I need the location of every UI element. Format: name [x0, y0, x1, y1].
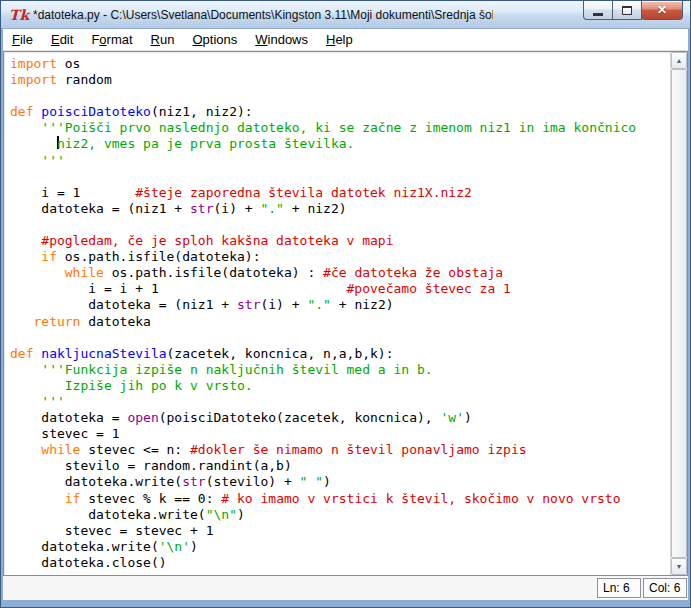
- code-token: stevec = 1: [10, 426, 120, 441]
- code-token: [10, 314, 33, 329]
- code-token: return: [33, 314, 80, 329]
- code-line: datoteka.write("\n"): [10, 507, 670, 523]
- code-token: "\n": [206, 507, 237, 522]
- scroll-down-button[interactable]: ▼: [671, 558, 687, 575]
- code-token: datoteka.write(: [10, 507, 206, 522]
- code-token: #če datoteka že obstaja: [323, 265, 503, 280]
- code-line: '''Funkcija izpiše n naključnih števil m…: [10, 362, 670, 378]
- code-token: (zacetek, koncnica, n,a,b,k):: [167, 346, 394, 361]
- code-token: datoteka: [80, 314, 150, 329]
- code-token: [10, 265, 65, 280]
- code-token: (niz1, niz2):: [151, 104, 253, 119]
- maximize-button[interactable]: [612, 1, 642, 20]
- code-token: Izpiše jih po k v vrsto.: [10, 378, 253, 393]
- menu-item-options[interactable]: Options: [183, 30, 246, 49]
- menu-item-format[interactable]: Format: [82, 30, 141, 49]
- code-line: datoteka = open(poisciDatoteko(zacetek, …: [10, 410, 670, 426]
- code-line: return datoteka: [10, 314, 670, 330]
- code-token: # ko imamo v vrstici k števil, skočimo v…: [221, 491, 620, 506]
- code-token: import: [10, 72, 57, 87]
- code-line: '''Poišči prvo naslednjo datoteko, ki se…: [10, 120, 670, 136]
- code-token: while: [65, 265, 104, 280]
- vertical-scrollbar[interactable]: ▲ ▼: [670, 52, 687, 575]
- tk-app-icon[interactable]: Tk: [9, 7, 27, 23]
- code-line: def nakljucnaStevila(zacetek, koncnica, …: [10, 346, 670, 362]
- code-token: '''Funkcija izpiše n naključnih števil m…: [10, 362, 433, 377]
- code-token: os: [57, 56, 80, 71]
- code-line: datoteka.write(str(stevilo) + " "): [10, 474, 670, 490]
- code-token: stevec <= n:: [80, 442, 190, 457]
- menu-bar: FileEditFormatRunOptionsWindowsHelp: [3, 29, 688, 51]
- code-token: def: [10, 346, 33, 361]
- close-button[interactable]: ✕: [641, 1, 683, 20]
- code-token: #povečamo števec za 1: [347, 281, 511, 296]
- code-token: + niz2): [284, 201, 347, 216]
- code-token: str: [237, 297, 260, 312]
- code-token: '''Poišči prvo naslednjo datoteko, ki se…: [10, 120, 636, 135]
- code-token: datoteka = (niz1 +: [10, 201, 190, 216]
- code-line: datoteka.write('\n'): [10, 539, 670, 555]
- code-line: stevec = stevec + 1: [10, 523, 670, 539]
- status-col-indicator: Col: 6: [643, 578, 687, 598]
- code-token: ): [237, 507, 245, 522]
- menu-item-file[interactable]: File: [3, 30, 42, 49]
- code-token: if: [65, 491, 81, 506]
- scroll-up-button[interactable]: ▲: [671, 52, 687, 69]
- code-line: niz2, vmes pa je prva prosta številka.: [10, 136, 670, 152]
- code-token: (i) +: [214, 201, 261, 216]
- code-token: ''': [10, 394, 65, 409]
- code-token: stevilo = random.randint(a,b): [10, 458, 292, 473]
- code-line: import os: [10, 56, 670, 72]
- code-line: while stevec <= n: #dokler še nimamo n š…: [10, 442, 670, 458]
- code-token: i = 1: [10, 185, 135, 200]
- code-token: datoteka.close(): [10, 555, 167, 570]
- code-token: #dokler še nimamo n števil ponavljamo iz…: [190, 442, 527, 457]
- code-line: datoteka = (niz1 + str(i) + "." + niz2): [10, 297, 670, 313]
- menu-item-help[interactable]: Help: [317, 30, 362, 49]
- code-line: def poisciDatoteko(niz1, niz2):: [10, 104, 670, 120]
- code-line: ''': [10, 153, 670, 169]
- menu-item-edit[interactable]: Edit: [42, 30, 82, 49]
- scrollbar-thumb[interactable]: [671, 69, 687, 558]
- code-line: while os.path.isfile(datoteka) : #če dat…: [10, 265, 670, 281]
- code-line: #pogledam, če je sploh kakšna datoteka v…: [10, 233, 670, 249]
- code-line: datoteka.close(): [10, 555, 670, 571]
- code-token: i = i + 1: [10, 281, 347, 296]
- code-token: datoteka.write(: [10, 539, 159, 554]
- code-token: nakljucnaStevila: [41, 346, 166, 361]
- maximize-icon: [622, 6, 632, 15]
- code-line: import random: [10, 72, 670, 88]
- code-token: ): [323, 474, 331, 489]
- code-token: [10, 491, 65, 506]
- code-editor[interactable]: import osimport random def poisciDatotek…: [3, 51, 688, 576]
- code-area[interactable]: import osimport random def poisciDatotek…: [4, 52, 670, 575]
- code-token: stevec % k == 0:: [80, 491, 221, 506]
- code-token: poisciDatoteko: [41, 104, 151, 119]
- code-token: #pogledam, če je sploh kakšna datoteka v…: [41, 233, 393, 248]
- window-title: *datoteka.py - C:\Users\Svetlana\Documen…: [33, 8, 493, 22]
- menu-item-run[interactable]: Run: [142, 30, 184, 49]
- code-token: open: [127, 410, 158, 425]
- code-line: [10, 88, 670, 104]
- code-line: stevec = 1: [10, 426, 670, 442]
- minimize-button[interactable]: [583, 1, 613, 20]
- code-token: #šteje zaporedna števila datotek niz1X.n…: [135, 185, 472, 200]
- code-token: [10, 249, 41, 264]
- code-token: datoteka = (niz1 +: [10, 297, 237, 312]
- status-line-indicator: Ln: 6: [597, 578, 641, 598]
- menu-item-windows[interactable]: Windows: [246, 30, 317, 49]
- code-line: [10, 330, 670, 346]
- code-token: [10, 233, 41, 248]
- code-token: 'w': [440, 410, 463, 425]
- code-token: if: [41, 249, 57, 264]
- code-token: def: [10, 104, 33, 119]
- code-line: ''': [10, 394, 670, 410]
- code-token: niz2, vmes pa je prva prosta številka.: [57, 136, 354, 151]
- code-token: str: [190, 201, 213, 216]
- window-controls: ✕: [583, 1, 683, 20]
- status-bar: Ln: 6 Col: 6: [3, 576, 688, 600]
- code-token: (stevilo) +: [206, 474, 300, 489]
- code-token: + niz2): [331, 297, 394, 312]
- code-token: ''': [10, 153, 65, 168]
- code-token: '\n': [159, 539, 190, 554]
